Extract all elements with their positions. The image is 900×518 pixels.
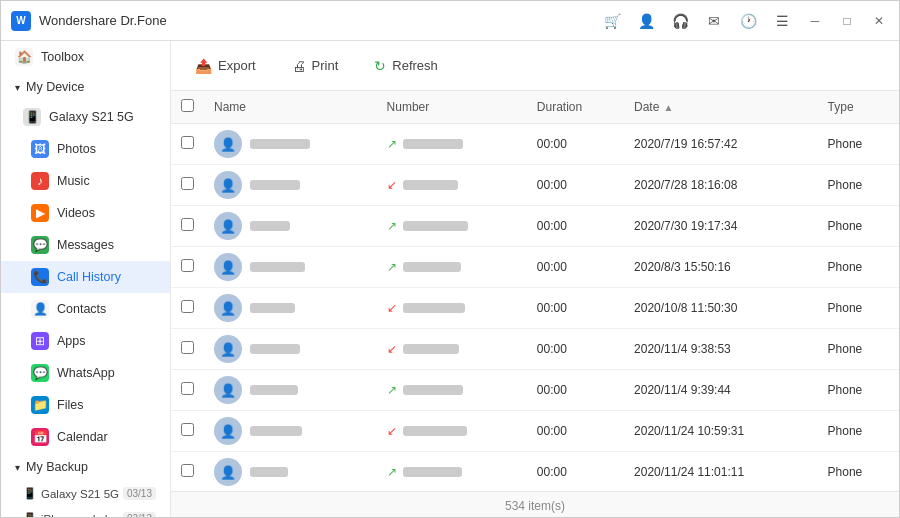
type-value: Phone [828, 424, 863, 438]
row-checkbox[interactable] [181, 423, 194, 436]
type-value: Phone [828, 137, 863, 151]
close-button[interactable]: ✕ [869, 11, 889, 31]
row-checkbox[interactable] [181, 218, 194, 231]
date-value: 2020/7/28 18:16:08 [634, 178, 737, 192]
sidebar-my-backup-toggle[interactable]: ▾ My Backup [1, 453, 170, 481]
row-checkbox[interactable] [181, 341, 194, 354]
row-checkbox-cell[interactable] [171, 452, 204, 492]
whatsapp-icon: 💬 [31, 364, 49, 382]
type-value: Phone [828, 465, 863, 479]
row-checkbox-cell[interactable] [171, 329, 204, 370]
row-checkbox-cell[interactable] [171, 165, 204, 206]
sidebar-item-calendar[interactable]: 📅 Calendar [1, 421, 170, 453]
phone-number [403, 385, 463, 395]
type-value: Phone [828, 178, 863, 192]
row-checkbox-cell[interactable] [171, 411, 204, 452]
sidebar-item-music[interactable]: ♪ Music [1, 165, 170, 197]
row-checkbox[interactable] [181, 136, 194, 149]
chevron-icon: ▾ [15, 82, 20, 93]
row-name-cell: 👤 [204, 370, 377, 411]
sidebar: 🏠 Toolbox ▾ My Device 📱 Galaxy S21 5G 🖼 … [1, 41, 171, 518]
row-checkbox-cell[interactable] [171, 247, 204, 288]
row-type-cell: Phone [818, 165, 899, 206]
sidebar-item-photos[interactable]: 🖼 Photos [1, 133, 170, 165]
menu-icon[interactable]: ☰ [771, 10, 793, 32]
th-checkbox[interactable] [171, 91, 204, 124]
row-checkbox[interactable] [181, 300, 194, 313]
sidebar-item-files[interactable]: 📁 Files [1, 389, 170, 421]
row-number-cell: ↙ [377, 288, 527, 329]
backup-item-galaxy[interactable]: 📱 Galaxy S21 5G 03/13 [1, 481, 170, 506]
row-name-cell: 👤 [204, 124, 377, 165]
row-checkbox-cell[interactable] [171, 124, 204, 165]
sidebar-item-galaxy[interactable]: 📱 Galaxy S21 5G [1, 101, 170, 133]
th-duration[interactable]: Duration [527, 91, 624, 124]
toolbar: 📤 Export 🖨 Print ↻ Refresh [171, 41, 899, 91]
photos-icon: 🖼 [31, 140, 49, 158]
phone-number [403, 303, 465, 313]
call-direction-icon: ↗ [387, 260, 397, 274]
sidebar-item-toolbox[interactable]: 🏠 Toolbox [1, 41, 170, 73]
history-icon[interactable]: 🕐 [737, 10, 759, 32]
mail-icon[interactable]: ✉ [703, 10, 725, 32]
row-type-cell: Phone [818, 411, 899, 452]
row-date-cell: 2020/10/8 11:50:30 [624, 288, 818, 329]
row-date-cell: 2020/7/19 16:57:42 [624, 124, 818, 165]
headset-icon[interactable]: 🎧 [669, 10, 691, 32]
duration-value: 00:00 [537, 178, 567, 192]
sidebar-item-callhistory[interactable]: 📞 Call History [1, 261, 170, 293]
user-icon[interactable]: 👤 [635, 10, 657, 32]
row-number-cell: ↗ [377, 206, 527, 247]
contact-name [250, 180, 300, 190]
sidebar-item-contacts[interactable]: 👤 Contacts [1, 293, 170, 325]
export-button[interactable]: 📤 Export [187, 53, 264, 79]
sidebar-my-device-toggle[interactable]: ▾ My Device [1, 73, 170, 101]
minimize-button[interactable]: ─ [805, 11, 825, 31]
table-row: 👤 ↗ 00:00 2020/11/4 9:39:44 Phone [171, 370, 899, 411]
row-checkbox[interactable] [181, 177, 194, 190]
table-row: 👤 ↙ 00:00 2020/7/28 18:16:08 Phone [171, 165, 899, 206]
row-duration-cell: 00:00 [527, 165, 624, 206]
row-checkbox[interactable] [181, 382, 194, 395]
contact-name [250, 467, 288, 477]
print-button[interactable]: 🖨 Print [284, 53, 347, 79]
row-duration-cell: 00:00 [527, 370, 624, 411]
table-row: 👤 ↙ 00:00 2020/11/24 10:59:31 Phone [171, 411, 899, 452]
backup-item-iphone-sdsd[interactable]: 📱 iPhone_sdsd 03/13 [1, 506, 170, 518]
row-type-cell: Phone [818, 452, 899, 492]
row-type-cell: Phone [818, 329, 899, 370]
row-checkbox-cell[interactable] [171, 206, 204, 247]
th-number[interactable]: Number [377, 91, 527, 124]
row-name-cell: 👤 [204, 288, 377, 329]
duration-value: 00:00 [537, 342, 567, 356]
sidebar-item-apps[interactable]: ⊞ Apps [1, 325, 170, 357]
app-logo: W [11, 11, 31, 31]
row-duration-cell: 00:00 [527, 206, 624, 247]
videos-icon: ▶ [31, 204, 49, 222]
row-name-cell: 👤 [204, 206, 377, 247]
refresh-button[interactable]: ↻ Refresh [366, 53, 446, 79]
calendar-icon: 📅 [31, 428, 49, 446]
row-date-cell: 2020/8/3 15:50:16 [624, 247, 818, 288]
cart-icon[interactable]: 🛒 [601, 10, 623, 32]
row-name-cell: 👤 [204, 165, 377, 206]
sidebar-item-whatsapp[interactable]: 💬 WhatsApp [1, 357, 170, 389]
row-checkbox[interactable] [181, 259, 194, 272]
avatar: 👤 [214, 253, 242, 281]
row-checkbox-cell[interactable] [171, 370, 204, 411]
contact-name [250, 221, 290, 231]
th-date[interactable]: Date▲ [624, 91, 818, 124]
backup-device-icon: 📱 [23, 487, 37, 500]
sidebar-item-videos[interactable]: ▶ Videos [1, 197, 170, 229]
th-type[interactable]: Type [818, 91, 899, 124]
duration-value: 00:00 [537, 137, 567, 151]
row-number-cell: ↗ [377, 452, 527, 492]
maximize-button[interactable]: □ [837, 11, 857, 31]
row-checkbox-cell[interactable] [171, 288, 204, 329]
th-name[interactable]: Name [204, 91, 377, 124]
row-name-cell: 👤 [204, 329, 377, 370]
select-all-checkbox[interactable] [181, 99, 194, 112]
sidebar-item-messages[interactable]: 💬 Messages [1, 229, 170, 261]
music-icon: ♪ [31, 172, 49, 190]
row-checkbox[interactable] [181, 464, 194, 477]
